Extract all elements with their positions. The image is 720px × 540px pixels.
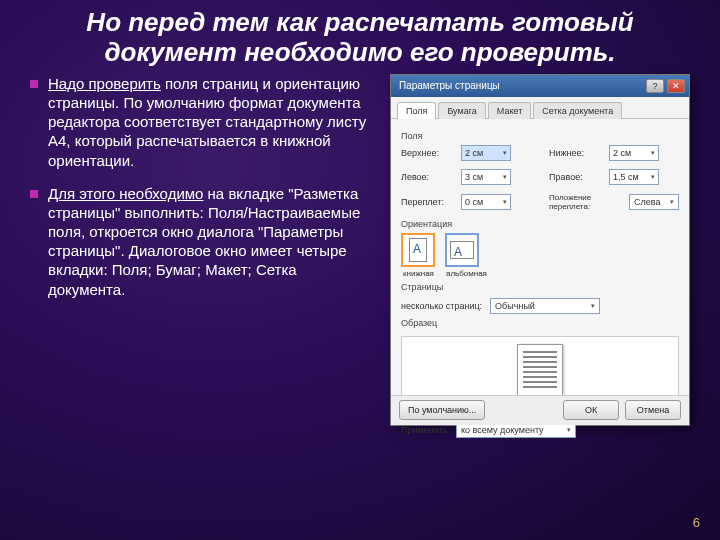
group-label-pages: Страницы xyxy=(401,282,679,292)
text-column: Надо проверить поля страниц и ориентацию… xyxy=(30,74,390,426)
tab-paper[interactable]: Бумага xyxy=(438,102,485,119)
page-number: 6 xyxy=(693,515,700,530)
spin-top[interactable]: 2 см xyxy=(461,145,511,161)
orientation-portrait[interactable]: A xyxy=(401,233,435,267)
content-area: Надо проверить поля страниц и ориентацию… xyxy=(0,74,720,426)
dialog-titlebar: Параметры страницы ? ✕ xyxy=(391,75,689,97)
tab-layout[interactable]: Макет xyxy=(488,102,531,119)
label-multiple-pages: несколько страниц: xyxy=(401,301,482,311)
dialog-tabs: Поля Бумага Макет Сетка документа xyxy=(391,97,689,119)
bullet-lead: Надо проверить xyxy=(48,75,161,92)
label-left: Левое: xyxy=(401,172,455,182)
orientation-portrait-label: книжная xyxy=(403,269,434,278)
cancel-button[interactable]: Отмена xyxy=(625,400,681,420)
spin-right[interactable]: 1,5 см xyxy=(609,169,659,185)
label-top: Верхнее: xyxy=(401,148,455,158)
bullet-icon xyxy=(30,80,38,88)
ok-button[interactable]: ОК xyxy=(563,400,619,420)
label-apply: Применить: xyxy=(401,425,450,435)
page-setup-dialog: lessons-tva.info Параметры страницы ? ✕ … xyxy=(390,74,690,426)
spin-left[interactable]: 3 см xyxy=(461,169,511,185)
tab-grid[interactable]: Сетка документа xyxy=(533,102,622,119)
label-gutter-pos: Положение переплета: xyxy=(549,193,623,211)
list-item: Надо проверить поля страниц и ориентацию… xyxy=(30,74,374,170)
bullet-icon xyxy=(30,190,38,198)
tab-fields[interactable]: Поля xyxy=(397,102,436,119)
orientation-landscape-label: альбомная xyxy=(446,269,487,278)
group-label-margins: Поля xyxy=(401,131,679,141)
combo-multiple-pages[interactable]: Обычный xyxy=(490,298,600,314)
default-button[interactable]: По умолчанию... xyxy=(399,400,485,420)
dialog-footer: По умолчанию... ОК Отмена xyxy=(391,395,689,425)
label-bottom: Нижнее: xyxy=(549,148,603,158)
help-button[interactable]: ? xyxy=(646,79,664,93)
orientation-landscape[interactable]: A xyxy=(445,233,479,267)
slide-title: Но перед тем как распечатать готовый док… xyxy=(0,0,720,74)
group-label-orientation: Ориентация xyxy=(401,219,679,229)
label-right: Правое: xyxy=(549,172,603,182)
combo-gutter-pos[interactable]: Слева xyxy=(629,194,679,210)
list-item: Для этого необходимо на вкладке "Разметк… xyxy=(30,184,374,299)
bullet-lead: Для этого необходимо xyxy=(48,185,203,202)
dialog-body: Поля Верхнее: 2 см Нижнее: 2 см Левое: 3… xyxy=(391,119,689,399)
label-gutter: Переплет: xyxy=(401,197,455,207)
close-button[interactable]: ✕ xyxy=(667,79,685,93)
group-label-preview: Образец xyxy=(401,318,679,328)
spin-bottom[interactable]: 2 см xyxy=(609,145,659,161)
spin-gutter[interactable]: 0 см xyxy=(461,194,511,210)
dialog-title: Параметры страницы xyxy=(399,80,500,91)
